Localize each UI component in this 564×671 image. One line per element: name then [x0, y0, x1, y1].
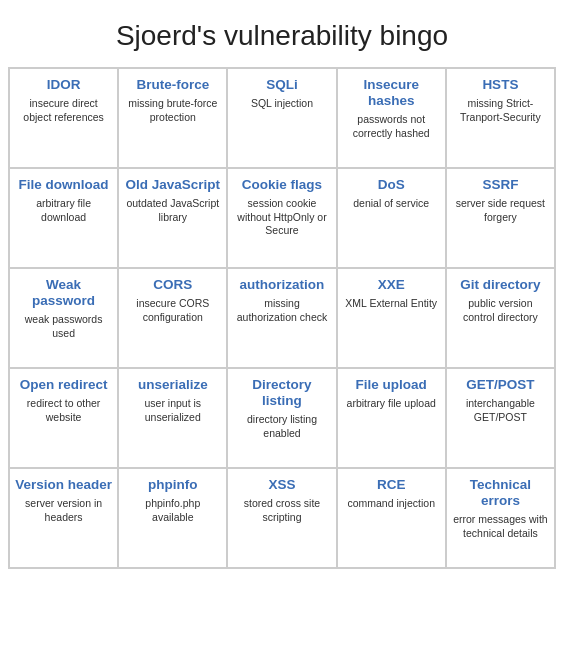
cell-desc-open-redirect: redirect to other website	[15, 397, 112, 424]
page-title: Sjoerd's vulnerability bingo	[0, 0, 564, 67]
cell-title-file-upload: File upload	[356, 377, 427, 393]
cell-title-technical-errors: Technical errors	[452, 477, 549, 509]
cell-desc-sqli: SQL injection	[251, 97, 313, 111]
bingo-cell-git-directory: Git directorypublic version control dire…	[447, 269, 556, 369]
cell-title-open-redirect: Open redirect	[20, 377, 108, 393]
cell-desc-phpinfo: phpinfo.php available	[124, 497, 221, 524]
bingo-cell-authorization: authorizationmissing authorization check	[228, 269, 337, 369]
cell-desc-git-directory: public version control directory	[452, 297, 549, 324]
bingo-cell-hsts: HSTSmissing Strict-Tranport-Security	[447, 69, 556, 169]
cell-title-cors: CORS	[153, 277, 192, 293]
cell-desc-dos: denial of service	[353, 197, 429, 211]
bingo-cell-xss: XSSstored cross site scripting	[228, 469, 337, 569]
bingo-cell-old-javascript: Old JavaScriptoutdated JavaScript librar…	[119, 169, 228, 269]
cell-desc-old-javascript: outdated JavaScript library	[124, 197, 221, 224]
cell-desc-brute-force: missing brute-force protection	[124, 97, 221, 124]
bingo-cell-rce: RCEcommand injection	[338, 469, 447, 569]
cell-desc-rce: command injection	[347, 497, 435, 511]
cell-desc-cookie-flags: session cookie without HttpOnly or Secur…	[233, 197, 330, 238]
cell-title-xxe: XXE	[378, 277, 405, 293]
cell-desc-idor: insecure direct object references	[15, 97, 112, 124]
bingo-cell-sqli: SQLiSQL injection	[228, 69, 337, 169]
bingo-cell-directory-listing: Directory listingdirectory listing enabl…	[228, 369, 337, 469]
cell-title-file-download: File download	[19, 177, 109, 193]
cell-desc-directory-listing: directory listing enabled	[233, 413, 330, 440]
bingo-cell-cookie-flags: Cookie flagssession cookie without HttpO…	[228, 169, 337, 269]
cell-title-insecure-hashes: Insecure hashes	[343, 77, 440, 109]
bingo-cell-brute-force: Brute-forcemissing brute-force protectio…	[119, 69, 228, 169]
bingo-cell-unserialize: unserializeuser input is unserialized	[119, 369, 228, 469]
bingo-cell-idor: IDORinsecure direct object references	[10, 69, 119, 169]
bingo-cell-insecure-hashes: Insecure hashespasswords not correctly h…	[338, 69, 447, 169]
cell-desc-weak-password: weak passwords used	[15, 313, 112, 340]
bingo-cell-file-upload: File uploadarbitrary file upload	[338, 369, 447, 469]
bingo-cell-weak-password: Weak passwordweak passwords used	[10, 269, 119, 369]
cell-title-sqli: SQLi	[266, 77, 298, 93]
cell-title-phpinfo: phpinfo	[148, 477, 197, 493]
cell-desc-insecure-hashes: passwords not correctly hashed	[343, 113, 440, 140]
cell-title-get-post: GET/POST	[466, 377, 534, 393]
cell-title-git-directory: Git directory	[460, 277, 540, 293]
cell-title-brute-force: Brute-force	[136, 77, 209, 93]
cell-title-old-javascript: Old JavaScript	[126, 177, 221, 193]
cell-desc-xss: stored cross site scripting	[233, 497, 330, 524]
bingo-cell-open-redirect: Open redirectredirect to other website	[10, 369, 119, 469]
cell-desc-ssrf: server side request forgery	[452, 197, 549, 224]
cell-desc-file-upload: arbitrary file upload	[347, 397, 436, 411]
cell-desc-technical-errors: error messages with technical details	[452, 513, 549, 540]
bingo-cell-cors: CORSinsecure CORS configuration	[119, 269, 228, 369]
bingo-cell-phpinfo: phpinfophpinfo.php available	[119, 469, 228, 569]
cell-title-unserialize: unserialize	[138, 377, 208, 393]
cell-desc-version-header: server version in headers	[15, 497, 112, 524]
cell-desc-get-post: interchangable GET/POST	[452, 397, 549, 424]
cell-title-rce: RCE	[377, 477, 406, 493]
cell-title-idor: IDOR	[47, 77, 81, 93]
bingo-cell-file-download: File downloadarbitrary file download	[10, 169, 119, 269]
bingo-cell-dos: DoSdenial of service	[338, 169, 447, 269]
bingo-cell-version-header: Version headerserver version in headers	[10, 469, 119, 569]
cell-title-dos: DoS	[378, 177, 405, 193]
bingo-cell-xxe: XXEXML External Entity	[338, 269, 447, 369]
cell-title-authorization: authorization	[240, 277, 325, 293]
bingo-grid: IDORinsecure direct object referencesBru…	[8, 67, 556, 569]
cell-desc-cors: insecure CORS configuration	[124, 297, 221, 324]
cell-desc-unserialize: user input is unserialized	[124, 397, 221, 424]
bingo-cell-get-post: GET/POSTinterchangable GET/POST	[447, 369, 556, 469]
bingo-cell-ssrf: SSRFserver side request forgery	[447, 169, 556, 269]
cell-title-hsts: HSTS	[482, 77, 518, 93]
bingo-cell-technical-errors: Technical errorserror messages with tech…	[447, 469, 556, 569]
cell-desc-file-download: arbitrary file download	[15, 197, 112, 224]
cell-title-ssrf: SSRF	[482, 177, 518, 193]
cell-desc-hsts: missing Strict-Tranport-Security	[452, 97, 549, 124]
cell-title-version-header: Version header	[15, 477, 112, 493]
cell-title-weak-password: Weak password	[15, 277, 112, 309]
cell-desc-authorization: missing authorization check	[233, 297, 330, 324]
cell-title-directory-listing: Directory listing	[233, 377, 330, 409]
cell-title-cookie-flags: Cookie flags	[242, 177, 322, 193]
cell-desc-xxe: XML External Entity	[345, 297, 437, 311]
cell-title-xss: XSS	[268, 477, 295, 493]
